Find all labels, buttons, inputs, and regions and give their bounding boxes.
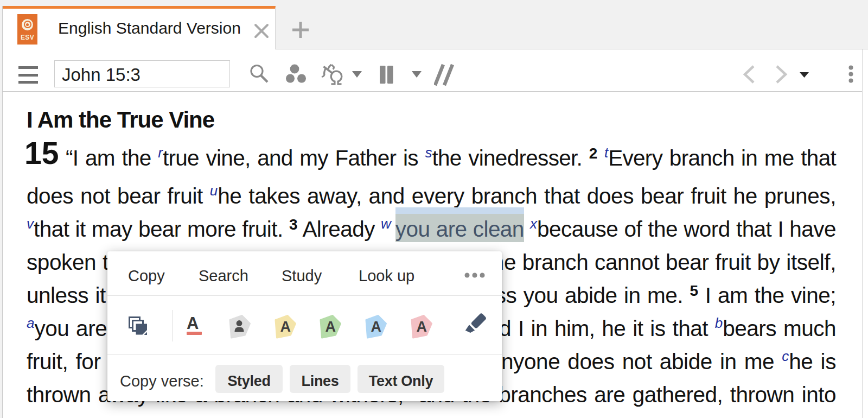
svg-text:A: A	[417, 319, 427, 335]
svg-text:A: A	[280, 319, 291, 335]
svg-text:A: A	[371, 319, 382, 335]
svg-text:A: A	[326, 319, 336, 335]
